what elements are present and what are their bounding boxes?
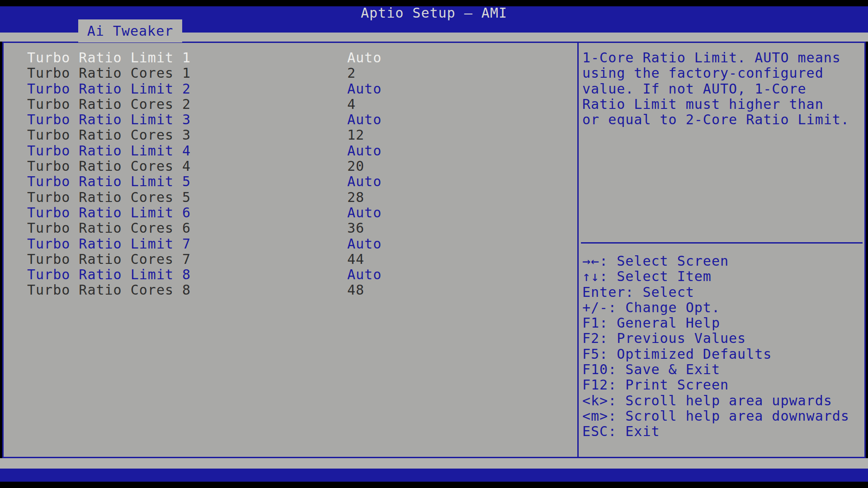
list-item[interactable]: Turbo Ratio Limit 4 Auto	[4, 143, 577, 159]
item-value: 4	[347, 97, 577, 112]
help-panel: 1-Core Ratio Limit. AUTO means using the…	[579, 43, 864, 457]
list-item[interactable]: Turbo Ratio Limit 6 Auto	[4, 205, 577, 221]
legend-line: ESC: Exit	[582, 424, 849, 439]
settings-list: Turbo Ratio Limit 1 Auto Turbo Ratio Cor…	[4, 50, 577, 298]
tab-label: Ai Tweaker	[87, 23, 174, 39]
bottom-edge	[0, 482, 868, 488]
help-line: 1-Core Ratio Limit. AUTO means	[582, 50, 863, 66]
item-label: Turbo Ratio Limit 4	[27, 143, 347, 159]
item-label: Turbo Ratio Limit 6	[27, 205, 347, 221]
item-label: Turbo Ratio Cores 3	[27, 127, 347, 143]
page-title: Aptio Setup – AMI	[0, 6, 868, 20]
item-value: 2	[347, 66, 577, 81]
footer-strip	[0, 458, 868, 469]
list-item[interactable]: Turbo Ratio Limit 7 Auto	[4, 236, 577, 252]
item-value: Auto	[347, 50, 577, 66]
item-value: Auto	[347, 236, 577, 252]
list-item[interactable]: Turbo Ratio Limit 3 Auto	[4, 112, 577, 127]
legend-line: +/-: Change Opt.	[582, 300, 849, 315]
item-value: Auto	[347, 174, 577, 189]
header-bar: Aptio Setup – AMI Ai Tweaker	[0, 6, 868, 33]
legend-line: F2: Previous Values	[582, 331, 849, 346]
item-label: Turbo Ratio Limit 2	[27, 81, 347, 97]
item-label: Turbo Ratio Limit 5	[27, 174, 347, 189]
item-label: Turbo Ratio Limit 8	[27, 267, 347, 282]
list-item[interactable]: Turbo Ratio Cores 1 2	[4, 66, 577, 81]
item-label: Turbo Ratio Limit 3	[27, 112, 347, 127]
item-value: Auto	[347, 267, 577, 282]
item-value: Auto	[347, 112, 577, 127]
legend-line: <k>: Scroll help area upwards	[582, 393, 849, 408]
item-label: Turbo Ratio Limit 1	[27, 50, 347, 66]
legend-line: F12: Print Screen	[582, 377, 849, 393]
list-item[interactable]: Turbo Ratio Cores 7 44	[4, 252, 577, 267]
bios-screen: Aptio Setup – AMI Ai Tweaker Turbo Ratio…	[0, 0, 868, 488]
legend-line: Enter: Select	[582, 285, 849, 300]
legend-line: <m>: Scroll help area downwards	[582, 408, 849, 424]
legend-line: F1: General Help	[582, 315, 849, 331]
list-item[interactable]: Turbo Ratio Limit 1 Auto	[4, 50, 577, 66]
list-item[interactable]: Turbo Ratio Limit 8 Auto	[4, 267, 577, 282]
legend-line: ↑↓: Select Item	[582, 269, 849, 284]
item-label: Turbo Ratio Cores 5	[27, 190, 347, 205]
list-item[interactable]: Turbo Ratio Cores 8 48	[4, 282, 577, 298]
item-value: Auto	[347, 143, 577, 159]
item-value: 44	[347, 252, 577, 267]
item-label: Turbo Ratio Cores 4	[27, 159, 347, 174]
list-item[interactable]: Turbo Ratio Cores 6 36	[4, 221, 577, 236]
help-line: or equal to 2-Core Ratio Limit.	[582, 112, 863, 127]
item-value: Auto	[347, 205, 577, 221]
item-value: 20	[347, 159, 577, 174]
help-line: Ratio Limit must higher than	[582, 97, 863, 112]
item-label: Turbo Ratio Cores 2	[27, 97, 347, 112]
list-item[interactable]: Turbo Ratio Limit 5 Auto	[4, 174, 577, 189]
item-value: 48	[347, 282, 577, 298]
item-value: 12	[347, 127, 577, 143]
key-legend: →←: Select Screen ↑↓: Select Item Enter:…	[582, 253, 849, 440]
legend-line: →←: Select Screen	[582, 253, 849, 269]
tab-ai-tweaker[interactable]: Ai Tweaker	[78, 19, 182, 42]
help-divider	[581, 242, 863, 244]
help-line: using the factory-configured	[582, 66, 863, 81]
legend-line: F10: Save & Exit	[582, 362, 849, 377]
list-item[interactable]: Turbo Ratio Cores 5 28	[4, 190, 577, 205]
list-item[interactable]: Turbo Ratio Cores 2 4	[4, 97, 577, 112]
item-label: Turbo Ratio Cores 8	[27, 282, 347, 298]
list-item[interactable]: Turbo Ratio Cores 3 12	[4, 127, 577, 143]
list-item[interactable]: Turbo Ratio Cores 4 20	[4, 159, 577, 174]
item-label: Turbo Ratio Cores 1	[27, 66, 347, 81]
item-label: Turbo Ratio Cores 6	[27, 221, 347, 236]
item-value: 36	[347, 221, 577, 236]
item-value: Auto	[347, 81, 577, 97]
main-panel: Turbo Ratio Limit 1 Auto Turbo Ratio Cor…	[2, 42, 866, 458]
item-label: Turbo Ratio Cores 7	[27, 252, 347, 267]
footer-bar: Version 2.22.1294 Copyright (C) 2025 AMI	[0, 469, 868, 482]
list-item[interactable]: Turbo Ratio Limit 2 Auto	[4, 81, 577, 97]
item-value: 28	[347, 190, 577, 205]
item-label: Turbo Ratio Limit 7	[27, 236, 347, 252]
legend-line: F5: Optimized Defaults	[582, 347, 849, 362]
help-line: value. If not AUTO, 1-Core	[582, 81, 863, 97]
help-text: 1-Core Ratio Limit. AUTO means using the…	[579, 43, 864, 127]
